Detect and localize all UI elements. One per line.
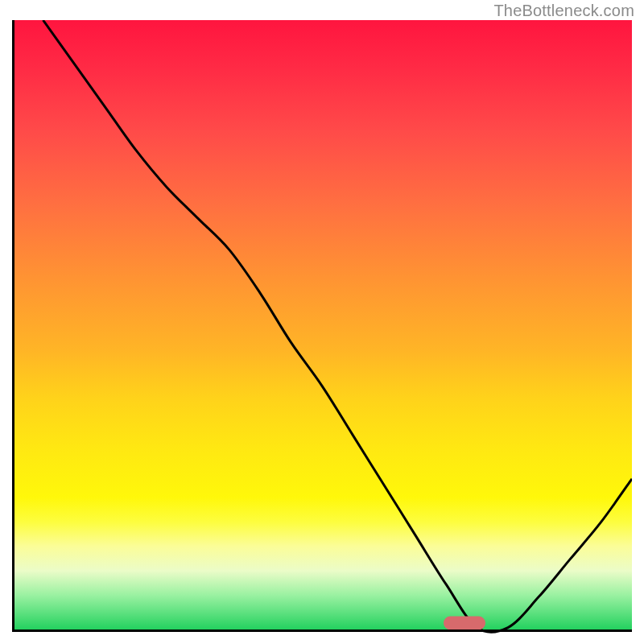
chart-frame	[12, 20, 632, 632]
y-axis-line	[12, 20, 14, 632]
attribution-text: TheBottleneck.com	[493, 2, 634, 20]
bottleneck-curve	[12, 20, 632, 640]
x-axis-line	[12, 630, 632, 632]
optimal-marker	[444, 616, 485, 630]
